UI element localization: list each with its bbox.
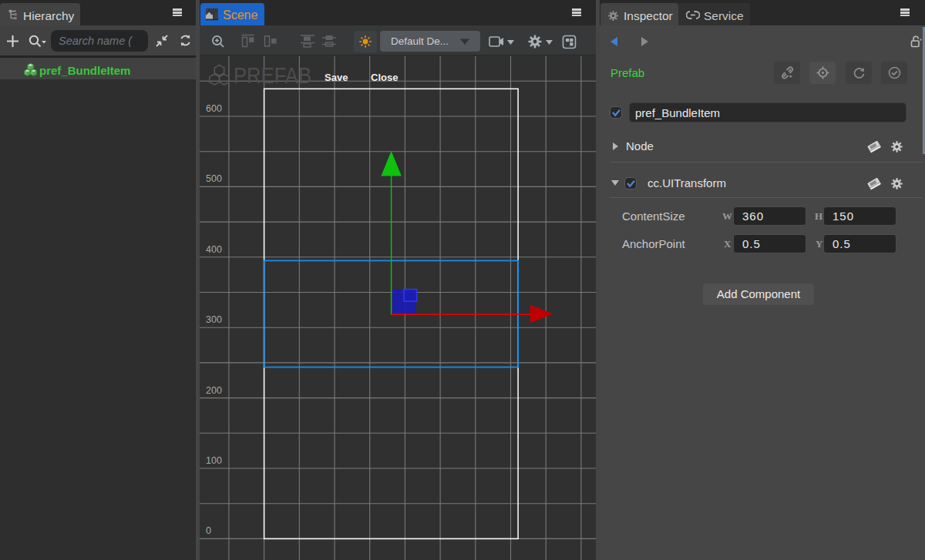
svg-text:600: 600 <box>206 103 222 114</box>
svg-text:400: 400 <box>206 244 222 255</box>
svg-text:Save: Save <box>325 72 348 83</box>
svg-text:PREFAB: PREFAB <box>234 63 311 88</box>
svg-text:0: 0 <box>206 525 211 536</box>
svg-text:300: 300 <box>206 314 222 325</box>
svg-text:Close: Close <box>371 72 398 83</box>
svg-text:200: 200 <box>206 385 222 396</box>
svg-text:500: 500 <box>206 173 222 184</box>
svg-text:100: 100 <box>206 455 222 466</box>
